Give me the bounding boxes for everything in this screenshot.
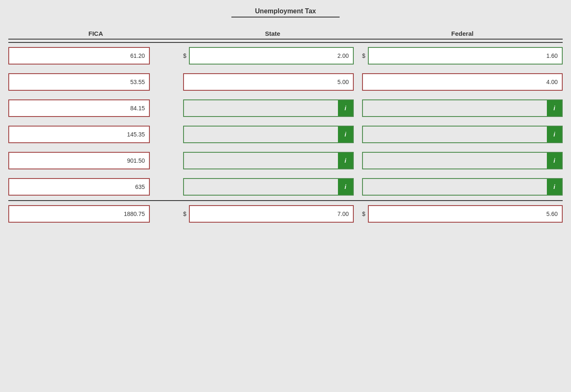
fica-cell: 53.55 — [8, 73, 183, 91]
data-rows: 61.20$2.00$1.6053.555.004.0084.15ii145.3… — [8, 43, 563, 200]
summary-state-input[interactable]: 7.00 — [189, 205, 354, 223]
state-cell: i — [183, 178, 362, 196]
summary-dollar-sign-federal: $ — [362, 211, 365, 217]
fica-input[interactable]: 53.55 — [8, 73, 150, 91]
fica-input[interactable]: 145.35 — [8, 126, 150, 143]
state-cell: 5.00 — [183, 73, 362, 91]
fica-cell: 145.35 — [8, 126, 183, 143]
state-info-button[interactable]: i — [338, 179, 353, 195]
state-column-header: State — [183, 30, 362, 40]
dollar-sign-federal: $ — [362, 52, 365, 59]
state-info-wrapper: i — [183, 152, 354, 169]
header-section: Unemployment Tax — [0, 0, 571, 22]
federal-info-text — [363, 153, 547, 169]
federal-info-text — [363, 179, 547, 195]
state-info-text — [184, 100, 338, 116]
federal-info-wrapper: i — [362, 178, 563, 196]
federal-cell: i — [362, 126, 563, 143]
table-row: 53.555.004.00 — [8, 69, 563, 95]
summary-fica-input[interactable]: 1880.75 — [8, 205, 150, 223]
state-info-wrapper: i — [183, 126, 354, 143]
federal-info-wrapper: i — [362, 99, 563, 117]
federal-info-button[interactable]: i — [547, 153, 562, 169]
federal-cell: i — [362, 152, 563, 169]
table-row: 145.35ii — [8, 122, 563, 148]
fica-input[interactable]: 61.20 — [8, 47, 150, 65]
federal-input-green[interactable]: 1.60 — [368, 47, 563, 65]
state-info-button[interactable]: i — [338, 100, 353, 116]
state-info-wrapper: i — [183, 178, 354, 196]
table-row: 61.20$2.00$1.60 — [8, 43, 563, 69]
federal-info-button[interactable]: i — [547, 127, 562, 142]
federal-cell: i — [362, 178, 563, 196]
fica-cell: 61.20 — [8, 47, 183, 65]
summary-federal-cell: $5.60 — [362, 205, 563, 223]
state-input-red[interactable]: 5.00 — [183, 73, 354, 91]
bottom-border: 1880.75$7.00$5.60 — [8, 200, 563, 227]
page-container: Unemployment Tax FICA State Federal 61.2… — [0, 0, 571, 392]
federal-cell: $1.60 — [362, 47, 563, 65]
federal-column-header: Federal — [362, 30, 563, 40]
summary-row: 1880.75$7.00$5.60 — [8, 201, 563, 227]
federal-info-button[interactable]: i — [547, 179, 562, 195]
fica-input[interactable]: 635 — [8, 178, 150, 196]
fica-cell: 84.15 — [8, 99, 183, 117]
column-headers: FICA State Federal — [8, 22, 563, 43]
federal-info-text — [363, 127, 547, 142]
state-info-text — [184, 179, 338, 195]
federal-info-button[interactable]: i — [547, 100, 562, 116]
table-row: 901.50ii — [8, 148, 563, 174]
state-info-button[interactable]: i — [338, 127, 353, 142]
state-cell: i — [183, 99, 362, 117]
state-info-button[interactable]: i — [338, 153, 353, 169]
table-row: 84.15ii — [8, 95, 563, 122]
federal-info-wrapper: i — [362, 126, 563, 143]
federal-info-text — [363, 100, 547, 116]
fica-input[interactable]: 901.50 — [8, 152, 150, 169]
state-info-text — [184, 127, 338, 142]
state-cell: i — [183, 152, 362, 169]
summary-state-cell: $7.00 — [183, 205, 362, 223]
state-cell: i — [183, 126, 362, 143]
federal-cell: i — [362, 99, 563, 117]
dollar-sign-state: $ — [183, 52, 186, 59]
state-input-green[interactable]: 2.00 — [189, 47, 354, 65]
federal-info-wrapper: i — [362, 152, 563, 169]
table-row: 635ii — [8, 174, 563, 200]
fica-input[interactable]: 84.15 — [8, 99, 150, 117]
page-title: Unemployment Tax — [231, 7, 340, 17]
federal-input-red[interactable]: 4.00 — [362, 73, 563, 91]
state-info-text — [184, 153, 338, 169]
fica-column-header: FICA — [8, 30, 183, 40]
fica-cell: 635 — [8, 178, 183, 196]
state-info-wrapper: i — [183, 99, 354, 117]
state-cell: $2.00 — [183, 47, 362, 65]
summary-fica-cell: 1880.75 — [8, 205, 183, 223]
summary-federal-input[interactable]: 5.60 — [368, 205, 563, 223]
summary-dollar-sign-state: $ — [183, 211, 186, 217]
federal-cell: 4.00 — [362, 73, 563, 91]
fica-cell: 901.50 — [8, 152, 183, 169]
